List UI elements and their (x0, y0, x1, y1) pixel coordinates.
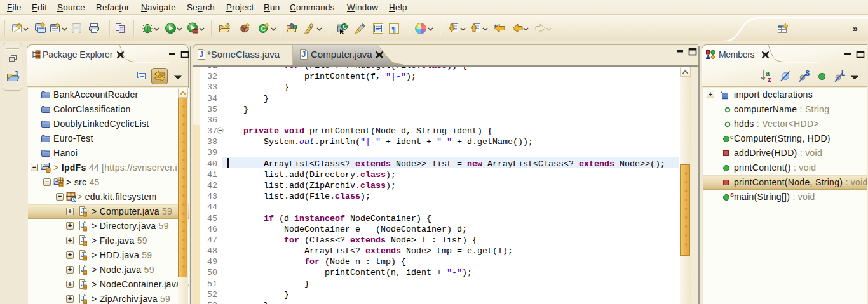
svg-text:¶: ¶ (391, 24, 396, 34)
svg-text:J: J (302, 50, 306, 59)
svg-text:C: C (261, 25, 266, 32)
svg-text:z: z (768, 76, 771, 83)
svg-text:J: J (14, 71, 18, 77)
svg-text:J: J (200, 50, 204, 59)
svg-text:»: » (853, 23, 858, 34)
svg-text:c: c (730, 135, 733, 140)
svg-text:C: C (343, 23, 347, 30)
